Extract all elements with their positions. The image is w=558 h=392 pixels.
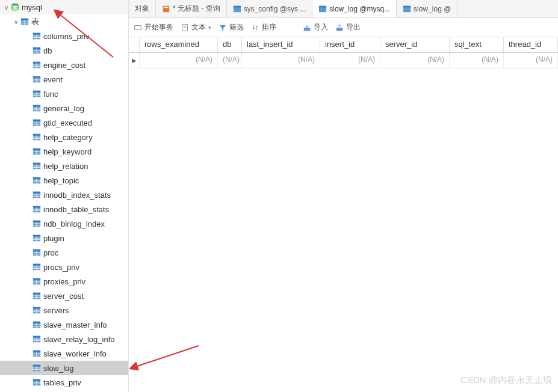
table-label: proxies_priv: [43, 277, 85, 286]
table-node-procs_priv[interactable]: procs_priv: [0, 260, 128, 274]
table-icon: [318, 5, 327, 13]
table-node-general_log[interactable]: general_log: [0, 101, 128, 115]
tables-node[interactable]: ∨ 表: [0, 14, 128, 29]
table-node-slave_master_info[interactable]: slave_master_info: [0, 317, 128, 332]
table-icon: [33, 90, 41, 98]
table-node-servers[interactable]: servers: [0, 303, 128, 317]
table-icon: [233, 5, 241, 13]
table-node-help_category[interactable]: help_category: [0, 130, 128, 144]
cell[interactable]: (N/A): [380, 53, 450, 68]
table-node-db[interactable]: db: [0, 43, 128, 58]
table-icon: [33, 320, 41, 329]
table-node-help_topic[interactable]: help_topic: [0, 173, 128, 188]
funnel-icon: [219, 23, 227, 32]
table-node-slave_relay_log_info[interactable]: slave_relay_log_info: [0, 332, 128, 346]
table-node-tables_priv[interactable]: tables_priv: [0, 375, 128, 390]
document-icon: [181, 23, 189, 32]
table-node-engine_cost[interactable]: engine_cost: [0, 58, 128, 72]
table-label: engine_cost: [43, 61, 85, 70]
table-icon: [33, 219, 41, 228]
toolbar: 开始事务 文本▾ 筛选 排序 导入 导出: [129, 18, 558, 37]
table-label: ndb_binlog_index: [43, 219, 105, 228]
table-node-server_cost[interactable]: server_cost: [0, 289, 128, 303]
sort-button[interactable]: 排序: [251, 22, 276, 32]
table-node-ndb_binlog_index[interactable]: ndb_binlog_index: [0, 216, 128, 231]
table-icon: [20, 17, 29, 26]
query-icon: [162, 5, 170, 13]
db-label: mysql: [22, 3, 42, 12]
svg-rect-112: [33, 336, 40, 338]
tab-label: sys_config @sys ...: [244, 5, 306, 13]
table-node-innodb_index_stats[interactable]: innodb_index_stats: [0, 188, 128, 202]
table-label: servers: [43, 306, 69, 315]
table-icon: [33, 118, 41, 127]
table-icon: [33, 277, 41, 286]
svg-rect-42: [33, 134, 40, 136]
cell[interactable]: (N/A): [218, 53, 242, 68]
svg-rect-72: [33, 221, 40, 222]
table-label: columns_priv: [43, 32, 90, 41]
table-icon: [33, 306, 41, 314]
data-grid[interactable]: rows_examineddblast_insert_idinsert_idse…: [129, 37, 558, 392]
text-view-button[interactable]: 文本▾: [181, 22, 211, 32]
svg-rect-137: [319, 5, 326, 7]
column-header[interactable]: insert_id: [320, 37, 380, 52]
table-node-columns_priv[interactable]: columns_priv: [0, 29, 128, 43]
cell[interactable]: (N/A): [242, 53, 320, 68]
svg-rect-62: [33, 192, 40, 194]
column-header[interactable]: server_id: [380, 37, 450, 52]
cell[interactable]: (N/A): [320, 53, 380, 68]
expander-icon[interactable]: ∨: [2, 4, 10, 11]
svg-rect-140: [135, 25, 141, 29]
export-button[interactable]: 导出: [335, 22, 361, 32]
tab[interactable]: sys_config @sys ...: [227, 0, 313, 17]
table-label: help_category: [43, 133, 93, 142]
table-node-func[interactable]: func: [0, 87, 128, 101]
table-node-gtid_executed[interactable]: gtid_executed: [0, 115, 128, 130]
cell[interactable]: (N/A): [450, 53, 504, 68]
tab[interactable]: slow_log @: [397, 0, 457, 17]
import-icon: [303, 23, 311, 32]
column-header[interactable]: thread_id: [504, 37, 558, 52]
sidebar[interactable]: ∨ mysql ∨ 表 columns_privdbengine_costeve…: [0, 0, 128, 392]
table-label: slow_log: [43, 364, 74, 373]
table-node-proc[interactable]: proc: [0, 245, 128, 260]
expander-icon[interactable]: ∨: [12, 18, 19, 25]
table-icon: [33, 162, 41, 170]
table-node-help_relation[interactable]: help_relation: [0, 159, 128, 173]
table-icon: [33, 378, 41, 387]
table-node-help_keyword[interactable]: help_keyword: [0, 144, 128, 159]
table-label: slave_master_info: [43, 320, 107, 329]
tab[interactable]: 对象: [129, 0, 156, 17]
column-header[interactable]: rows_examined: [140, 37, 218, 52]
svg-rect-122: [33, 365, 40, 367]
table-label: general_log: [43, 104, 84, 113]
column-header[interactable]: sql_text: [450, 37, 504, 52]
table-node-slave_worker_info[interactable]: slave_worker_info: [0, 346, 128, 361]
start-transaction-button[interactable]: 开始事务: [134, 22, 173, 32]
table-label: innodb_table_stats: [43, 205, 109, 214]
column-header[interactable]: db: [218, 37, 242, 52]
cell[interactable]: (N/A): [140, 53, 218, 68]
db-node-mysql[interactable]: ∨ mysql: [0, 0, 128, 14]
filter-button[interactable]: 筛选: [219, 22, 244, 32]
tab[interactable]: * 无标题 - 查询: [156, 0, 227, 17]
table-node-plugin[interactable]: plugin: [0, 231, 128, 245]
table-node-innodb_table_stats[interactable]: innodb_table_stats: [0, 202, 128, 216]
play-icon: [134, 23, 142, 32]
svg-rect-107: [33, 322, 40, 323]
svg-rect-57: [33, 177, 40, 179]
table-node-slow_log[interactable]: slow_log: [0, 361, 128, 375]
svg-rect-133: [164, 7, 169, 8]
svg-rect-127: [33, 379, 40, 381]
import-button[interactable]: 导入: [303, 22, 328, 32]
table-label: help_keyword: [43, 147, 91, 156]
column-header[interactable]: last_insert_id: [242, 37, 320, 52]
tab[interactable]: slow_log @mysq...: [312, 0, 397, 17]
svg-rect-27: [33, 91, 40, 93]
table-node-proxies_priv[interactable]: proxies_priv: [0, 274, 128, 289]
svg-rect-139: [403, 5, 411, 7]
database-icon: [11, 3, 19, 11]
cell[interactable]: (N/A): [504, 53, 558, 68]
table-node-event[interactable]: event: [0, 72, 128, 87]
